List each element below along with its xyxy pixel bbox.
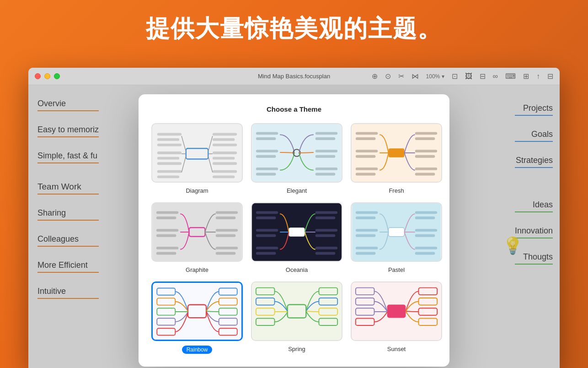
diagram-svg bbox=[152, 124, 242, 182]
svg-rect-77 bbox=[315, 247, 337, 249]
svg-rect-63 bbox=[216, 247, 238, 249]
svg-rect-76 bbox=[315, 234, 336, 237]
spring-svg bbox=[252, 282, 342, 340]
svg-rect-88 bbox=[415, 216, 435, 219]
maximize-button[interactable] bbox=[54, 73, 60, 79]
svg-rect-8 bbox=[186, 148, 208, 159]
connect-icon[interactable]: ⊙ bbox=[385, 72, 391, 81]
svg-rect-13 bbox=[213, 138, 235, 141]
svg-rect-61 bbox=[216, 229, 238, 232]
svg-rect-33 bbox=[315, 150, 337, 152]
svg-rect-67 bbox=[256, 216, 276, 219]
svg-line-22 bbox=[208, 156, 213, 173]
svg-rect-86 bbox=[389, 227, 405, 236]
svg-rect-85 bbox=[356, 252, 376, 255]
keyboard-icon[interactable]: ⌨ bbox=[505, 72, 516, 81]
theme-label-pastel: Pastel bbox=[388, 266, 405, 273]
theme-preview-fresh bbox=[351, 123, 442, 183]
svg-rect-49 bbox=[415, 168, 437, 170]
theme-preview-spring bbox=[251, 281, 342, 341]
add-icon[interactable]: ⊕ bbox=[372, 72, 378, 81]
svg-rect-54 bbox=[156, 229, 178, 232]
svg-rect-59 bbox=[216, 211, 238, 214]
svg-rect-19 bbox=[213, 175, 235, 178]
svg-rect-50 bbox=[415, 173, 435, 176]
svg-rect-27 bbox=[256, 155, 276, 158]
svg-rect-29 bbox=[256, 173, 276, 176]
svg-rect-93 bbox=[154, 283, 241, 340]
svg-rect-38 bbox=[356, 132, 378, 135]
window-title: Mind Map Basics.focusplan bbox=[258, 73, 330, 80]
svg-rect-72 bbox=[289, 227, 305, 236]
style-icon[interactable]: ✂ bbox=[398, 72, 404, 81]
close-button[interactable] bbox=[35, 73, 41, 79]
theme-label-graphite: Graphite bbox=[186, 266, 208, 273]
svg-rect-70 bbox=[256, 247, 278, 249]
svg-line-11 bbox=[182, 156, 186, 173]
theme-item-pastel[interactable]: Pastel bbox=[351, 202, 442, 273]
theme-item-graphite[interactable]: Graphite bbox=[151, 202, 243, 273]
svg-rect-48 bbox=[415, 155, 435, 158]
svg-rect-53 bbox=[156, 216, 176, 219]
share-icon[interactable]: ⊡ bbox=[452, 72, 458, 81]
svg-rect-69 bbox=[256, 234, 276, 237]
svg-rect-62 bbox=[216, 234, 236, 237]
theme-preview-diagram bbox=[151, 123, 243, 183]
theme-preview-pastel bbox=[351, 202, 442, 262]
svg-rect-73 bbox=[315, 211, 337, 214]
svg-rect-0 bbox=[157, 133, 182, 135]
theme-item-rainbow[interactable]: Rainbow bbox=[151, 281, 243, 354]
svg-rect-55 bbox=[156, 234, 176, 237]
svg-rect-82 bbox=[356, 229, 378, 232]
svg-rect-18 bbox=[213, 170, 237, 173]
svg-rect-1 bbox=[157, 138, 179, 141]
traffic-lights bbox=[35, 73, 60, 79]
oceania-svg bbox=[252, 203, 342, 261]
theme-item-elegant[interactable]: Elegant bbox=[251, 123, 342, 194]
expand-icon[interactable]: ⊞ bbox=[523, 72, 529, 81]
svg-rect-14 bbox=[213, 144, 237, 146]
svg-rect-92 bbox=[415, 252, 435, 255]
page-title: 提供大量惊艳美观的主题。 bbox=[0, 13, 588, 45]
link-icon[interactable]: ∞ bbox=[493, 72, 498, 81]
svg-rect-47 bbox=[415, 150, 437, 152]
theme-item-oceania[interactable]: Oceania bbox=[251, 202, 342, 273]
theme-preview-graphite bbox=[151, 202, 243, 262]
branch-icon[interactable]: ⋈ bbox=[412, 72, 419, 81]
split-icon[interactable]: ⊟ bbox=[547, 72, 553, 81]
svg-rect-25 bbox=[256, 137, 276, 140]
theme-preview-oceania bbox=[251, 202, 342, 262]
theme-item-diagram[interactable]: Diagram bbox=[151, 123, 243, 194]
image-icon[interactable]: 🖼 bbox=[465, 72, 472, 81]
svg-rect-120 bbox=[387, 304, 406, 318]
elegant-svg bbox=[252, 124, 342, 182]
mac-window: Mind Map Basics.focusplan ⊕ ⊙ ✂ ⋈ 100% ▾… bbox=[28, 68, 560, 368]
svg-rect-64 bbox=[216, 252, 236, 255]
svg-rect-39 bbox=[356, 137, 376, 140]
svg-rect-35 bbox=[315, 168, 337, 170]
svg-rect-36 bbox=[315, 173, 336, 176]
theme-preview-sunset bbox=[351, 281, 442, 341]
svg-rect-28 bbox=[256, 168, 278, 170]
svg-rect-17 bbox=[213, 162, 237, 165]
theme-chooser-modal: Choose a Theme bbox=[139, 94, 449, 367]
svg-rect-80 bbox=[356, 211, 378, 214]
note-icon[interactable]: ⊟ bbox=[480, 72, 486, 81]
export-icon[interactable]: ↑ bbox=[536, 72, 540, 81]
minimize-button[interactable] bbox=[44, 73, 50, 79]
theme-item-sunset[interactable]: Sunset bbox=[351, 281, 442, 354]
theme-item-spring[interactable]: Spring bbox=[251, 281, 342, 354]
svg-rect-5 bbox=[157, 162, 182, 165]
svg-rect-4 bbox=[157, 157, 179, 160]
theme-label-elegant: Elegant bbox=[287, 187, 307, 194]
svg-rect-31 bbox=[315, 132, 337, 135]
title-bar: Mind Map Basics.focusplan ⊕ ⊙ ✂ ⋈ 100% ▾… bbox=[28, 68, 560, 85]
sunset-svg bbox=[352, 282, 441, 340]
svg-rect-40 bbox=[356, 150, 378, 152]
svg-rect-57 bbox=[156, 252, 176, 255]
svg-rect-66 bbox=[256, 211, 278, 214]
theme-item-fresh[interactable]: Fresh bbox=[351, 123, 442, 194]
fresh-svg bbox=[352, 124, 441, 182]
svg-rect-89 bbox=[415, 229, 437, 232]
zoom-control[interactable]: 100% ▾ bbox=[426, 73, 444, 80]
